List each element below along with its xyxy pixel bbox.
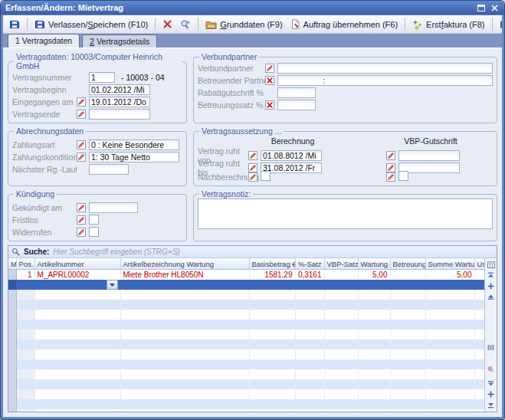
vertragsende-input[interactable] xyxy=(89,109,150,120)
toolbar-button-verlassen-speichern-f10[interactable]: Verlassen/Speichern (F10) xyxy=(31,17,152,32)
edit-icon[interactable] xyxy=(77,110,86,119)
grid-empty-row[interactable] xyxy=(8,399,484,409)
edit-icon[interactable] xyxy=(248,163,257,172)
eingegangen-am-input[interactable] xyxy=(89,97,150,107)
columns-icon[interactable] xyxy=(487,343,496,352)
search-icon[interactable] xyxy=(487,353,496,363)
scroll-up-icon[interactable] xyxy=(487,292,496,301)
column-header-user[interactable]: User xyxy=(474,258,484,270)
toolbar-button-auftrag-übernehmen-f6[interactable]: Auftrag übernehmen (F6) xyxy=(287,17,402,32)
betreuender-partner-input[interactable] xyxy=(277,75,493,86)
toolbar-button-save-icon[interactable] xyxy=(5,17,24,32)
column-header-summe_wartung[interactable]: Summe Wartung € xyxy=(425,258,474,270)
ruht-von-berechnung-input[interactable] xyxy=(261,150,322,161)
column-header-artikelnummer[interactable]: Artikelnummer xyxy=(34,258,120,270)
grid-empty-row[interactable] xyxy=(8,389,484,399)
tab-vertragsdaten[interactable]: 1 Vertragsdaten xyxy=(8,34,80,48)
field-vertragsbeginn: Vertragsbeginn xyxy=(12,84,182,95)
column-chooser-icon[interactable] xyxy=(487,260,496,269)
toolbar-separator xyxy=(27,18,28,31)
grid-table: MPos.ArtikelnummerArtikelbezeichnung War… xyxy=(8,258,484,412)
grid-empty-row[interactable] xyxy=(8,290,484,300)
close-icon[interactable] xyxy=(489,3,500,13)
zahlungskondition-input[interactable] xyxy=(89,152,179,162)
fristlos-checkbox[interactable] xyxy=(89,215,99,225)
grid-search-bar[interactable]: Suche: Hier Suchbegriff eingeben (STRG+S… xyxy=(8,246,497,258)
field-betreuender-partner: Betreuender Partner xyxy=(198,74,493,86)
betreuungssatz-input[interactable] xyxy=(277,100,316,110)
edit-icon[interactable] xyxy=(386,163,395,172)
edit-icon[interactable] xyxy=(77,97,86,107)
edit-icon[interactable] xyxy=(77,215,86,225)
window-body: Verlassen/Speichern (F10)Grunddaten (F9)… xyxy=(3,15,502,417)
titlebar[interactable]: Erfassen/Ändern: Mietvertrag xyxy=(1,1,504,15)
search-hint[interactable]: Hier Suchbegriff eingeben (STRG+S) xyxy=(53,248,179,256)
gekuendigt-am-input[interactable] xyxy=(89,202,138,213)
edit-icon[interactable] xyxy=(77,153,86,162)
clear-filter-icon[interactable] xyxy=(487,364,496,373)
group-verbundpartner: Verbundpartner Verbundpartner Betreuende… xyxy=(193,52,497,123)
edit-icon[interactable] xyxy=(77,140,86,149)
save-icon xyxy=(34,19,45,30)
group-kuendigung: Kündigung Gekündigt am Fristlos Widerruf… xyxy=(8,189,187,241)
group-vertragsdaten-legend: Vertragsdaten: 10003/Computer Heinrich G… xyxy=(14,52,182,71)
grid-empty-row[interactable] xyxy=(8,340,484,349)
grid-empty-row[interactable] xyxy=(8,349,484,359)
grid-selected-row[interactable] xyxy=(8,280,484,290)
clear-icon[interactable] xyxy=(265,76,274,85)
artikelnummer-combo-button[interactable] xyxy=(107,280,118,290)
edit-icon[interactable] xyxy=(77,228,86,237)
edit-icon[interactable] xyxy=(265,64,274,73)
vertragsnummer-input[interactable] xyxy=(89,72,115,83)
nachberechnung-berechnung-checkbox[interactable] xyxy=(261,171,271,181)
grid-empty-row[interactable] xyxy=(8,320,484,330)
verbundpartner-input[interactable] xyxy=(277,63,493,74)
naechster-rg-lauf-input[interactable] xyxy=(89,164,129,175)
zahlungsart-input[interactable] xyxy=(89,139,179,150)
toolbar-button-grunddaten-f9[interactable]: Grunddaten (F9) xyxy=(202,17,286,32)
vbp-gutschrift-header: VBP-Gutschrift xyxy=(398,136,463,146)
group-vertragsnotiz: Vertragsnotiz: xyxy=(193,189,497,241)
vertragsnotiz-textarea[interactable] xyxy=(198,199,493,229)
rabattgutschrift-input[interactable] xyxy=(277,87,316,98)
grid-empty-row[interactable] xyxy=(8,300,484,310)
toolbar-button-delete-icon[interactable] xyxy=(159,17,176,31)
edit-icon[interactable] xyxy=(386,172,395,182)
clear-icon[interactable] xyxy=(265,100,274,110)
toolbar-button-extras[interactable]: Extras xyxy=(496,17,502,32)
scroll-top-icon[interactable] xyxy=(487,271,496,280)
grid-empty-row[interactable] xyxy=(8,409,484,412)
column-header-prozent_satz[interactable]: %-Satz xyxy=(295,258,324,270)
grid-empty-row[interactable] xyxy=(8,379,484,389)
widerrufen-checkbox[interactable] xyxy=(89,227,99,237)
column-header-m[interactable]: M xyxy=(8,258,16,270)
nachberechnung-vbp-checkbox[interactable] xyxy=(398,171,408,181)
edit-icon[interactable] xyxy=(386,151,395,160)
column-header-pos[interactable]: Pos. xyxy=(16,258,34,270)
column-header-basisbetrag[interactable]: Basisbetrag € xyxy=(249,258,295,270)
column-header-bezeichnung[interactable]: Artikelbezeichnung Wartung xyxy=(120,258,249,270)
grid-data-row[interactable]: 1M_APRL00002Miete Brother HL8050N1581,29… xyxy=(8,270,484,281)
grid-empty-row[interactable] xyxy=(8,330,484,340)
column-header-wartung[interactable]: Wartung € xyxy=(358,258,390,270)
app-window: Erfassen/Ändern: Mietvertrag Verlassen/S… xyxy=(0,0,505,420)
grid-empty-row[interactable] xyxy=(8,359,484,369)
add-row-bottom-icon[interactable] xyxy=(487,389,496,399)
edit-icon[interactable] xyxy=(77,203,86,212)
toolbar-button-erstfaktura-f8[interactable]: Erstfaktura (F8) xyxy=(408,17,488,32)
add-row-icon[interactable] xyxy=(487,281,496,290)
toolbar-button-label: Erstfaktura (F8) xyxy=(426,20,484,29)
edit-icon[interactable] xyxy=(248,172,257,182)
scroll-down-icon[interactable] xyxy=(487,379,496,388)
tab-vertragsdetails[interactable]: 2 Vertragsdetails xyxy=(82,34,157,48)
column-header-betreuung[interactable]: Betreuung € xyxy=(390,258,425,270)
restore-icon[interactable] xyxy=(476,3,487,13)
toolbar-button-lookup-icon[interactable] xyxy=(176,17,195,32)
scroll-bottom-icon[interactable] xyxy=(487,400,496,409)
ruht-von-vbp-input[interactable] xyxy=(398,150,460,161)
edit-icon[interactable] xyxy=(248,151,257,160)
column-header-vbp_satz[interactable]: VBP-Satz xyxy=(324,258,358,270)
grid-empty-row[interactable] xyxy=(8,310,484,320)
vertragsbeginn-input[interactable] xyxy=(89,84,150,95)
grid-empty-row[interactable] xyxy=(8,369,484,379)
